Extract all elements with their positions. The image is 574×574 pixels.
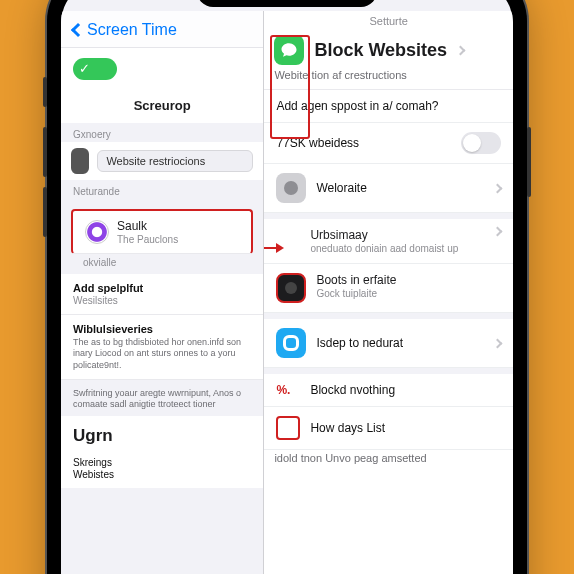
status-pill-row xyxy=(61,48,263,90)
bottom-link-1[interactable]: Skreings xyxy=(73,457,251,468)
phone-side-button xyxy=(43,127,47,177)
bottom-link-2[interactable]: Webistes xyxy=(73,469,251,480)
toggle-row[interactable]: 77SK wbeidess xyxy=(264,123,513,164)
block-websites-title: Block Websites xyxy=(314,40,447,61)
chevron-right-icon xyxy=(493,183,503,193)
annotation-arrow xyxy=(264,247,282,249)
add-specific-title: Add spelplfut xyxy=(73,282,251,294)
wible-body: The as to bg thdisbioted hor onen.infd s… xyxy=(73,337,251,371)
segment-label: Screurop xyxy=(61,90,263,123)
back-nav[interactable]: Screen Time xyxy=(61,11,263,48)
howdays-row[interactable]: How days List xyxy=(264,407,513,450)
group-label-top: Gxnoery xyxy=(61,123,263,142)
saulk-icon xyxy=(85,220,109,244)
toggle-label: 77SK wbeidess xyxy=(276,136,451,150)
isdep-icon xyxy=(276,328,306,358)
urbsimaay-row[interactable]: Urbsimaay oneduato doniain aad domaist u… xyxy=(264,219,513,264)
phone-side-button xyxy=(527,127,531,197)
swfints-text: Swfritning yoaur aregte wwrnipunt, Anos … xyxy=(61,382,263,417)
isdep-label: Isdep to nedurat xyxy=(316,336,484,350)
urbsimaay-sub: oneduato doniain aad domaist up xyxy=(310,243,484,254)
bottom-links: Skreings Webistes xyxy=(61,448,263,488)
restrictions-field[interactable] xyxy=(97,150,253,172)
boots-title: Boots in erfaite xyxy=(316,273,501,287)
weloraite-label: Weloraite xyxy=(316,181,484,195)
boots-icon xyxy=(276,273,306,303)
messages-icon xyxy=(274,35,304,65)
idold-text: idold tnon Unvo peag amsetted xyxy=(264,450,513,472)
add-specific-row[interactable]: Add spelplfut Wesilsites xyxy=(61,274,263,315)
block-websites-header[interactable]: Block Websites xyxy=(264,29,513,67)
group-label-bottom: Neturande xyxy=(61,180,263,199)
blockd-row[interactable]: %. Blockd nvothing xyxy=(264,374,513,407)
avatar xyxy=(71,148,89,174)
blockd-icon: %. xyxy=(276,383,300,397)
add-comah-label: Add agen sppost in a/ comah? xyxy=(276,99,501,113)
chevron-right-icon xyxy=(493,227,503,237)
chevron-left-icon xyxy=(71,23,85,37)
wible-section: Wiblulsieveries The as to bg thdisbioted… xyxy=(61,315,263,380)
phone-side-button xyxy=(43,187,47,237)
block-websites-subtitle: Webite tion af crestructions xyxy=(264,67,513,90)
toggle-switch[interactable] xyxy=(461,132,501,154)
wible-title: Wiblulsieveries xyxy=(73,323,251,335)
right-top-label: Setturte xyxy=(264,11,513,29)
phone-frame: Screen Time Screurop Gxnoery Neturande S… xyxy=(47,0,527,574)
left-pane: Screen Time Screurop Gxnoery Neturande S… xyxy=(61,11,264,574)
howdays-icon xyxy=(276,416,300,440)
profile-row[interactable] xyxy=(61,142,263,180)
phone-side-button xyxy=(43,77,47,107)
enabled-pill[interactable] xyxy=(73,58,117,80)
saulk-sub2: okvialle xyxy=(61,255,263,274)
blockd-label: Blockd nvothing xyxy=(310,383,501,397)
add-specific-sub: Wesilsites xyxy=(73,295,251,306)
saulk-row[interactable]: Saulk The Pauclons xyxy=(71,209,253,254)
chevron-right-icon xyxy=(456,45,466,55)
phone-notch xyxy=(197,0,377,7)
saulk-sub: The Pauclons xyxy=(117,234,239,245)
add-comah-row[interactable]: Add agen sppost in a/ comah? xyxy=(264,90,513,123)
urbsimaay-title: Urbsimaay xyxy=(310,228,484,242)
weloraite-row[interactable]: Weloraite xyxy=(264,164,513,213)
howdays-label: How days List xyxy=(310,421,501,435)
right-pane: Setturte Block Websites Webite tion af c… xyxy=(264,11,513,574)
weloraite-icon xyxy=(276,173,306,203)
screen: Screen Time Screurop Gxnoery Neturande S… xyxy=(61,0,513,574)
boots-sub: Gock tuiplaite xyxy=(316,288,501,299)
saulk-title: Saulk xyxy=(117,219,239,233)
isdep-row[interactable]: Isdep to nedurat xyxy=(264,319,513,368)
boots-row[interactable]: Boots in erfaite Gock tuiplaite xyxy=(264,264,513,313)
chevron-right-icon xyxy=(493,338,503,348)
back-label: Screen Time xyxy=(87,21,177,39)
ugrn-heading: Ugrn xyxy=(61,416,263,448)
